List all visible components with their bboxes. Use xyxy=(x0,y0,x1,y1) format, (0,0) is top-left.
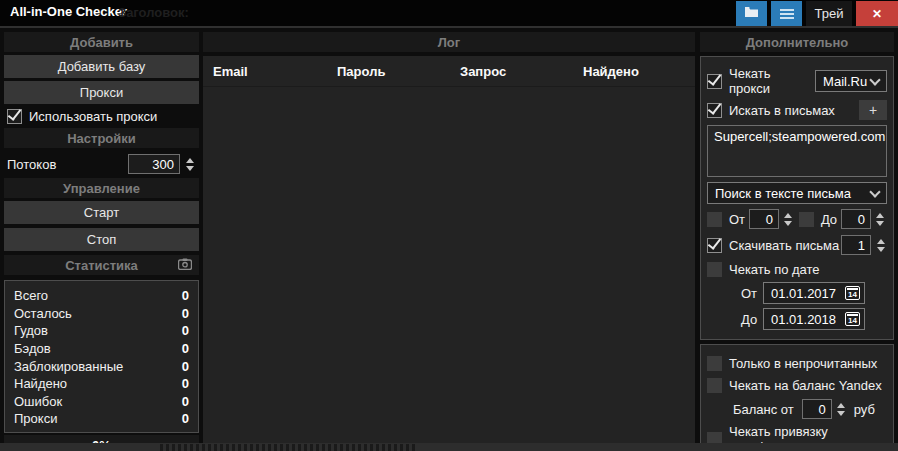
spinner-down-icon[interactable] xyxy=(186,166,194,171)
balance-from-row: Баланс от 0 руб xyxy=(733,398,887,420)
use-proxy-row: Использовать прокси xyxy=(7,109,199,124)
spinner-down-icon[interactable] xyxy=(876,221,884,226)
stat-label: Всего xyxy=(14,288,48,303)
spinner-down-icon[interactable] xyxy=(837,411,845,416)
use-proxy-checkbox[interactable] xyxy=(7,109,22,124)
add-term-button[interactable]: + xyxy=(859,100,887,120)
only-unread-checkbox[interactable] xyxy=(707,356,722,371)
camera-icon[interactable] xyxy=(178,258,192,273)
threads-value[interactable]: 300 xyxy=(128,154,180,174)
check-proxy-checkbox[interactable] xyxy=(707,74,722,89)
menu-button[interactable] xyxy=(771,1,802,26)
section-header-control: Управление xyxy=(4,178,199,198)
download-letters-checkbox[interactable] xyxy=(707,238,722,253)
check-proxy-label: Чекать прокси xyxy=(729,66,815,96)
section-header-log: Лог xyxy=(203,32,695,52)
use-proxy-label: Использовать прокси xyxy=(29,109,157,124)
range-from-stepper[interactable]: 0 xyxy=(749,208,795,230)
bottom-edge-strip xyxy=(0,443,898,451)
stat-value: 0 xyxy=(182,288,189,303)
spinner-down-icon[interactable] xyxy=(877,247,885,252)
start-button[interactable]: Старт xyxy=(4,201,199,224)
stat-label: Осталось xyxy=(14,306,72,321)
add-base-button[interactable]: Добавить базу xyxy=(4,55,199,78)
range-row: От 0 До 0 xyxy=(707,208,887,230)
stat-row: Гудов0 xyxy=(14,322,189,340)
column-header-email[interactable]: Email xyxy=(213,64,337,79)
log-list: Email Пароль Запрос Найдено xyxy=(203,56,695,443)
open-folder-button[interactable] xyxy=(736,1,767,26)
section-header-stats: Статистика xyxy=(4,255,199,275)
stepper-arrows[interactable] xyxy=(782,213,795,226)
only-unread-label: Только в непрочитанных xyxy=(729,356,877,371)
column-header-found[interactable]: Найдено xyxy=(583,64,695,79)
stepper-arrows[interactable] xyxy=(835,403,848,416)
check-balance-row: Чекать на баланс Yandex xyxy=(707,376,887,394)
date-from-value: 01.01.2017 xyxy=(771,286,836,301)
proxy-provider-value: Mail.Ru xyxy=(823,74,867,89)
date-to-value: 01.01.2018 xyxy=(771,312,836,327)
stat-value: 0 xyxy=(182,306,189,321)
date-to-field[interactable]: 01.01.2018 14 xyxy=(763,308,865,330)
menu-icon xyxy=(780,9,794,19)
spinner-up-icon[interactable] xyxy=(186,158,194,163)
calendar-icon[interactable]: 14 xyxy=(845,312,860,326)
range-from-value[interactable]: 0 xyxy=(749,209,779,229)
stat-row: Бэдов0 xyxy=(14,340,189,358)
log-column-headers: Email Пароль Запрос Найдено xyxy=(203,56,695,87)
stepper-arrows[interactable] xyxy=(183,158,196,171)
stat-value: 0 xyxy=(182,411,189,426)
balance-from-value[interactable]: 0 xyxy=(802,399,832,419)
stat-row: Осталось0 xyxy=(14,305,189,323)
proxy-button[interactable]: Прокси xyxy=(4,81,199,104)
background-bleed-smudge xyxy=(160,444,415,451)
log-panel: Лог Email Пароль Запрос Найдено xyxy=(203,32,695,443)
search-mode-select[interactable]: Поиск в тексте письма xyxy=(707,182,887,204)
date-to-label: До xyxy=(741,312,763,327)
spinner-up-icon[interactable] xyxy=(837,403,845,408)
tray-button[interactable]: Трей xyxy=(806,1,852,26)
balance-currency-label: руб xyxy=(854,402,875,417)
checkmark-icon xyxy=(708,100,722,115)
column-header-request[interactable]: Запрос xyxy=(460,64,583,79)
stepper-arrows[interactable] xyxy=(874,239,887,252)
close-icon: ✕ xyxy=(872,7,882,21)
close-button[interactable]: ✕ xyxy=(856,1,898,26)
date-from-field[interactable]: 01.01.2017 14 xyxy=(763,282,865,304)
stat-value: 0 xyxy=(182,376,189,391)
balance-from-stepper[interactable]: 0 xyxy=(802,398,848,420)
spinner-up-icon[interactable] xyxy=(876,213,884,218)
check-proxy-row: Чекать прокси Mail.Ru xyxy=(707,66,887,96)
stepper-arrows[interactable] xyxy=(874,213,887,226)
check-balance-label: Чекать на баланс Yandex xyxy=(729,378,882,393)
stat-label: Заблокированные xyxy=(14,359,123,374)
threads-stepper[interactable]: 300 xyxy=(128,153,196,175)
proxy-provider-select[interactable]: Mail.Ru xyxy=(815,70,887,92)
check-balance-checkbox[interactable] xyxy=(707,378,722,393)
range-from-label: От xyxy=(729,212,745,227)
spinner-up-icon[interactable] xyxy=(784,213,792,218)
spinner-down-icon[interactable] xyxy=(784,221,792,226)
search-letters-checkbox[interactable] xyxy=(707,103,722,118)
calendar-day: 14 xyxy=(848,316,857,325)
download-letters-value[interactable]: 1 xyxy=(841,235,871,255)
spinner-up-icon[interactable] xyxy=(877,239,885,244)
search-letters-row: Искать в письмах + xyxy=(707,100,887,120)
range-from-checkbox[interactable] xyxy=(707,212,722,227)
search-terms-input[interactable]: Supercell;steampowered.com xyxy=(707,125,887,177)
stop-button[interactable]: Стоп xyxy=(4,228,199,251)
stat-row: Прокси0 xyxy=(14,410,189,428)
download-letters-stepper[interactable]: 1 xyxy=(841,234,887,256)
column-header-password[interactable]: Пароль xyxy=(337,64,460,79)
calendar-icon[interactable]: 14 xyxy=(845,286,860,300)
range-to-checkbox[interactable] xyxy=(799,212,814,227)
range-to-stepper[interactable]: 0 xyxy=(841,208,887,230)
range-to-value[interactable]: 0 xyxy=(841,209,871,229)
balance-from-label: Баланс от xyxy=(733,402,794,417)
check-by-date-checkbox[interactable] xyxy=(707,262,722,277)
section-header-add: Добавить xyxy=(4,32,199,52)
app-title: All-in-One Checker xyxy=(10,4,127,19)
left-panel: Добавить Добавить базу Прокси Использова… xyxy=(4,32,199,440)
stat-value: 0 xyxy=(182,394,189,409)
folder-icon xyxy=(744,6,759,21)
